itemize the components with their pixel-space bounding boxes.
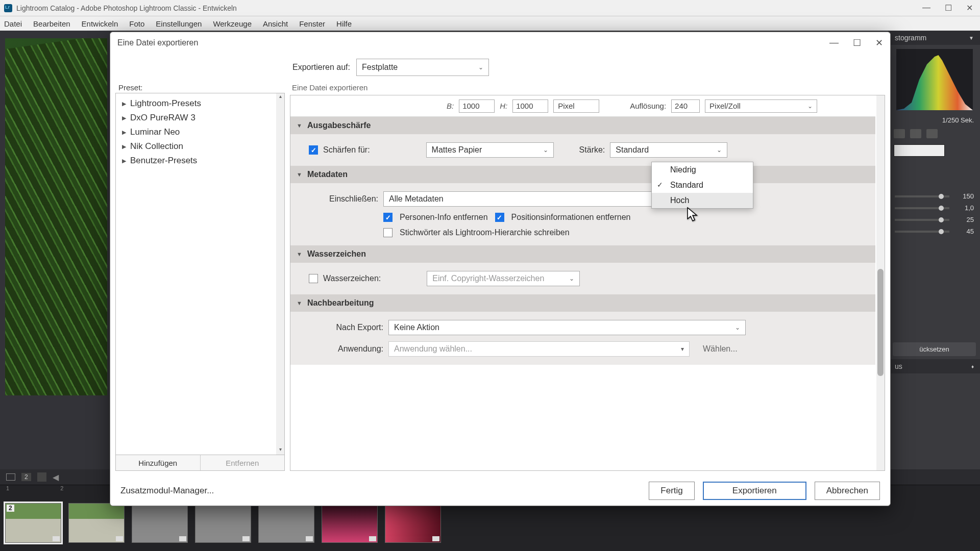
grid-icon[interactable] bbox=[37, 472, 46, 482]
watermark-section: ▼ Wasserzeichen Wasserzeichen: Einf. Cop… bbox=[290, 245, 875, 294]
histogram-header[interactable]: stogramm ▼ bbox=[889, 31, 980, 45]
strength-option-high[interactable]: Hoch bbox=[652, 193, 753, 208]
histogram[interactable] bbox=[896, 49, 973, 110]
val-c: 25 bbox=[953, 216, 974, 223]
idx-1: 1 bbox=[6, 485, 9, 494]
preset-column: Preset: ▶Lightroom-Presets ▶DxO PureRAW … bbox=[115, 82, 285, 471]
mask-icon[interactable] bbox=[926, 129, 938, 138]
nav-box-icon[interactable] bbox=[6, 473, 15, 481]
chevron-icon: ♦ bbox=[971, 364, 974, 369]
remove-preset-button[interactable]: Entfernen bbox=[201, 455, 285, 470]
close-icon[interactable]: ✕ bbox=[966, 3, 973, 13]
thumb-3[interactable] bbox=[132, 503, 188, 543]
val-b: 1,0 bbox=[953, 204, 974, 212]
dialog-close-icon[interactable]: ✕ bbox=[875, 37, 883, 48]
menu-datei[interactable]: Datei bbox=[4, 19, 22, 28]
maximize-icon[interactable]: ☐ bbox=[945, 3, 952, 13]
after-export-select[interactable]: Keine Aktion ⌄ bbox=[388, 320, 746, 335]
watermark-select[interactable]: Einf. Copyright-Wasserzeichen ⌄ bbox=[427, 271, 580, 286]
thumb-5[interactable] bbox=[258, 503, 314, 543]
menu-foto[interactable]: Foto bbox=[129, 19, 144, 28]
cancel-button[interactable]: Abbrechen bbox=[815, 482, 880, 500]
thumb-4[interactable] bbox=[195, 503, 251, 543]
keywords-hierarchy-checkbox[interactable] bbox=[383, 228, 393, 237]
export-to-select[interactable]: Festplatte ⌄ bbox=[356, 59, 489, 76]
resolution-input[interactable] bbox=[671, 99, 700, 113]
remove-position-checkbox[interactable] bbox=[495, 213, 504, 222]
preset-list[interactable]: ▶Lightroom-Presets ▶DxO PureRAW 3 ▶Lumin… bbox=[115, 93, 285, 455]
settings-scrollbar[interactable] bbox=[876, 95, 885, 470]
dialog-title: Eine Datei exportieren bbox=[117, 38, 829, 47]
sharpen-for-select[interactable]: Mattes Papier ⌄ bbox=[426, 142, 554, 158]
menu-fenster[interactable]: Fenster bbox=[299, 19, 325, 28]
menu-bearbeiten[interactable]: Bearbeiten bbox=[33, 19, 70, 28]
strength-select[interactable]: Standard ⌄ bbox=[610, 142, 727, 158]
slider-d[interactable] bbox=[895, 231, 949, 233]
app-select[interactable]: Anwendung wählen... ▾ bbox=[388, 341, 690, 357]
add-preset-button[interactable]: Hinzufügen bbox=[116, 455, 201, 470]
strength-option-standard[interactable]: Standard bbox=[652, 178, 753, 193]
image-preview[interactable] bbox=[5, 38, 107, 395]
plugin-manager-button[interactable]: Zusatzmodul-Manager... bbox=[120, 486, 214, 496]
menu-entwickeln[interactable]: Entwickeln bbox=[82, 19, 118, 28]
done-button[interactable]: Fertig bbox=[649, 482, 694, 500]
watermark-header[interactable]: ▼ Wasserzeichen bbox=[290, 245, 875, 263]
val-a: 150 bbox=[953, 192, 974, 200]
thumb-1[interactable]: 2 bbox=[5, 503, 61, 543]
wb-swatch[interactable] bbox=[894, 144, 945, 157]
height-input[interactable] bbox=[512, 99, 548, 113]
triangle-down-icon: ▼ bbox=[297, 122, 302, 129]
keywords-label: Stichwörter als Lightroom-Hierarchie sch… bbox=[400, 228, 570, 237]
shutter-info: 1/250 Sek. bbox=[889, 114, 980, 126]
choose-app-button[interactable]: Wählen... bbox=[703, 344, 738, 354]
preset-lightroom[interactable]: ▶Lightroom-Presets bbox=[118, 96, 282, 111]
reset-button[interactable]: ücksetzen bbox=[893, 342, 976, 356]
unit-select[interactable]: Pixel bbox=[553, 99, 599, 113]
export-button[interactable]: Exportieren bbox=[703, 482, 806, 500]
strength-option-low[interactable]: Niedrig bbox=[652, 162, 753, 178]
export-dialog: Eine Datei exportieren — ☐ ✕ Exportieren… bbox=[110, 32, 891, 506]
slider-b[interactable] bbox=[895, 207, 949, 209]
app-title: Lightroom Catalog - Adobe Photoshop Ligh… bbox=[16, 4, 237, 12]
post-header[interactable]: ▼ Nachbearbeitung bbox=[290, 294, 875, 312]
metadata-header[interactable]: ▼ Metadaten bbox=[290, 166, 875, 183]
triangle-right-icon: ▶ bbox=[122, 143, 126, 150]
resolution-label: Auflösung: bbox=[630, 102, 666, 110]
slider-a[interactable] bbox=[895, 195, 949, 197]
crop-icon[interactable] bbox=[894, 129, 905, 138]
remove-person-checkbox[interactable] bbox=[383, 213, 393, 222]
dialog-minimize-icon[interactable]: — bbox=[829, 37, 839, 48]
scroll-down-icon[interactable]: ▾ bbox=[276, 446, 284, 455]
menu-hilfe[interactable]: Hilfe bbox=[336, 19, 352, 28]
menu-werkzeuge[interactable]: Werkzeuge bbox=[213, 19, 252, 28]
scrollbar-thumb[interactable] bbox=[877, 269, 884, 376]
scroll-up-icon[interactable]: ▴ bbox=[276, 93, 284, 102]
thumb-6[interactable] bbox=[322, 503, 378, 543]
preset-user[interactable]: ▶Benutzer-Presets bbox=[118, 154, 282, 168]
flag-icon bbox=[369, 536, 376, 541]
menu-ansicht[interactable]: Ansicht bbox=[263, 19, 288, 28]
after-export-label: Nach Export: bbox=[302, 323, 383, 332]
minimize-icon[interactable]: — bbox=[922, 3, 930, 13]
preset-luminar[interactable]: ▶Luminar Neo bbox=[118, 125, 282, 139]
preset-dxo[interactable]: ▶DxO PureRAW 3 bbox=[118, 111, 282, 125]
sharpen-checkbox[interactable] bbox=[309, 145, 318, 155]
preset-nik[interactable]: ▶Nik Collection bbox=[118, 139, 282, 154]
nav-arrow-left[interactable]: ◀ bbox=[53, 472, 59, 482]
heal-icon[interactable] bbox=[910, 129, 921, 138]
watermark-label: Wasserzeichen: bbox=[323, 274, 381, 283]
sharpen-header[interactable]: ▼ Ausgabeschärfe bbox=[290, 117, 875, 134]
flag-icon bbox=[306, 536, 313, 541]
bottom-head[interactable]: us ♦ bbox=[889, 359, 980, 373]
resolution-unit-select[interactable]: Pixel/Zoll⌄ bbox=[705, 99, 817, 113]
width-input[interactable] bbox=[459, 99, 495, 113]
app-label: Anwendung: bbox=[302, 344, 383, 354]
menu-einstellungen[interactable]: Einstellungen bbox=[156, 19, 202, 28]
dialog-maximize-icon[interactable]: ☐ bbox=[853, 37, 861, 48]
thumb-7[interactable] bbox=[385, 503, 441, 543]
watermark-checkbox[interactable] bbox=[309, 274, 318, 283]
thumb-2[interactable] bbox=[68, 503, 125, 543]
preset-scrollbar[interactable]: ▴ ▾ bbox=[276, 93, 284, 455]
slider-c[interactable] bbox=[895, 219, 949, 221]
sharpen-section: ▼ Ausgabeschärfe Schärfen für: Mattes Pa… bbox=[290, 117, 875, 166]
